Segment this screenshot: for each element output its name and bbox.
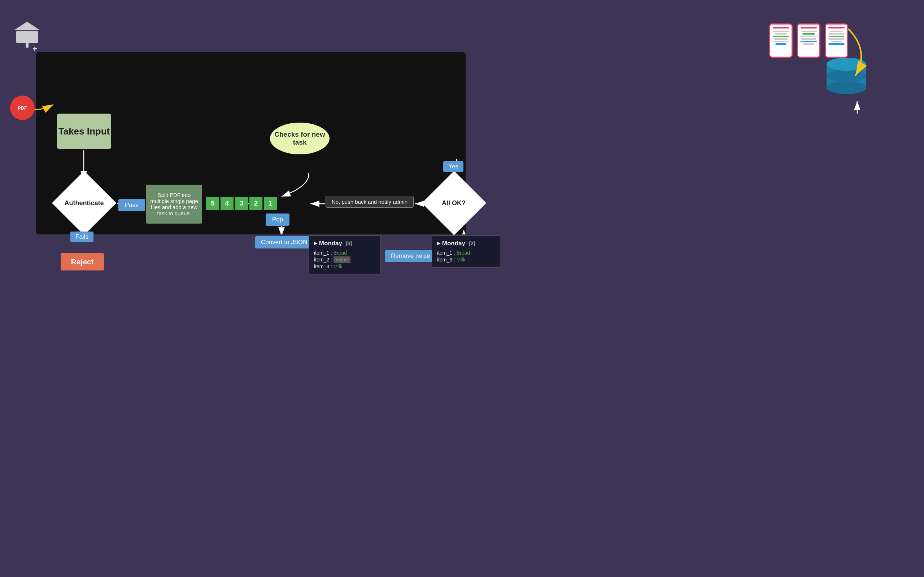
svg-text:+: +: [32, 44, 37, 52]
takes-input-box: Takes Input: [57, 114, 111, 149]
checks-for-new-task-bubble: Checks for new task: [270, 122, 330, 154]
monday-box-1-item3: item_3 : Milk: [314, 264, 375, 269]
pdf-icon: PDF: [10, 95, 35, 120]
svg-rect-0: [16, 31, 38, 43]
flowchart-canvas: Takes Input Authenticate Pass Split PDF …: [36, 52, 465, 234]
monday-box-1-item1: item_1 : Bread: [314, 250, 375, 256]
svg-marker-1: [15, 22, 40, 30]
authenticate-label: Authenticate: [57, 181, 111, 225]
svg-rect-2: [26, 42, 29, 48]
remove-noise-button: Remove noise: [385, 250, 436, 262]
monday-box-1-item2: item_2 : :value:: [314, 257, 375, 263]
reject-box: Reject: [61, 253, 104, 271]
split-pdf-box: Split PDF into multiple single page file…: [146, 185, 202, 224]
logo: +: [13, 20, 42, 54]
yes-label: Yes: [443, 161, 464, 172]
queue-num-5: 5: [206, 197, 220, 210]
monday-box-2-item3: item_3 : Milk: [437, 257, 495, 263]
monday-box-2-item1: item_1 : Bread: [437, 250, 495, 256]
queue-num-3: 3: [234, 197, 248, 210]
arrow-allok-to-db: [846, 52, 868, 117]
fails-label: Fails: [70, 232, 94, 242]
monday-box-2-title: ▸ Monday {2}: [437, 239, 495, 247]
convert-to-json-button: Convert to JSON: [255, 236, 313, 248]
queue-container: 5 4 3 2 1: [206, 197, 277, 210]
monday-box-1: ▸ Monday {3} item_1 : Bread item_2 : :va…: [309, 235, 381, 274]
no-push-back-button: No, push back and notify admin: [326, 196, 414, 208]
queue-num-4: 4: [220, 197, 234, 210]
monday-box-2: ▸ Monday {2} item_1 : Bread item_3 : Mil…: [432, 235, 500, 268]
pass-button: Pass: [118, 199, 145, 211]
monday-box-1-title: ▸ Monday {3}: [314, 239, 375, 247]
allok-label: All OK?: [426, 181, 481, 225]
pop-button: Pop: [266, 213, 289, 226]
queue-num-1: 1: [263, 197, 277, 210]
queue-num-2: 2: [249, 197, 263, 210]
